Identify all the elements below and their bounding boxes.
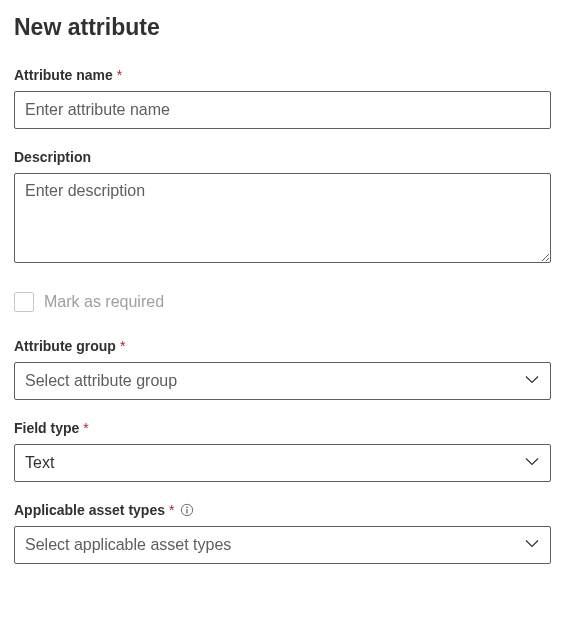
field-field-type: Field type * Text — [14, 420, 551, 482]
label-text: Attribute name — [14, 67, 113, 83]
select-value: Select attribute group — [25, 372, 177, 390]
attribute-group-select[interactable]: Select attribute group — [14, 362, 551, 400]
select-value: Text — [25, 454, 54, 472]
page-title: New attribute — [14, 14, 551, 41]
mark-required-checkbox[interactable] — [14, 292, 34, 312]
field-description: Description — [14, 149, 551, 266]
attribute-name-input[interactable] — [14, 91, 551, 129]
field-applicable-asset-types: Applicable asset types * Select applicab… — [14, 502, 551, 564]
required-indicator: * — [120, 338, 125, 354]
field-type-label: Field type * — [14, 420, 551, 436]
applicable-asset-types-label: Applicable asset types * — [14, 502, 551, 518]
description-input[interactable] — [14, 173, 551, 263]
select-value: Select applicable asset types — [25, 536, 231, 554]
attribute-name-label: Attribute name * — [14, 67, 551, 83]
info-icon[interactable] — [180, 503, 194, 517]
required-indicator: * — [169, 502, 174, 518]
label-text: Applicable asset types — [14, 502, 165, 518]
field-attribute-name: Attribute name * — [14, 67, 551, 129]
applicable-asset-types-select[interactable]: Select applicable asset types — [14, 526, 551, 564]
attribute-group-label: Attribute group * — [14, 338, 551, 354]
label-text: Description — [14, 149, 91, 165]
required-indicator: * — [83, 420, 88, 436]
label-text: Attribute group — [14, 338, 116, 354]
svg-point-1 — [187, 507, 189, 509]
mark-required-row: Mark as required — [14, 292, 551, 312]
svg-rect-2 — [187, 509, 188, 513]
field-attribute-group: Attribute group * Select attribute group — [14, 338, 551, 400]
field-type-select[interactable]: Text — [14, 444, 551, 482]
mark-required-label: Mark as required — [44, 293, 164, 311]
label-text: Field type — [14, 420, 79, 436]
required-indicator: * — [117, 67, 122, 83]
description-label: Description — [14, 149, 551, 165]
